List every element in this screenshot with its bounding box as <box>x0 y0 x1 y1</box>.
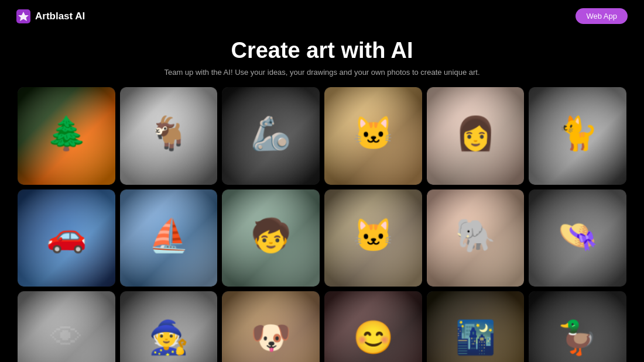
grid-cell-dog-sunglasses[interactable] <box>222 291 320 362</box>
hero-subtitle: Team up with the AI! Use your ideas, you… <box>0 68 644 77</box>
grid-cell-darth-vader[interactable] <box>222 87 320 185</box>
grid-cell-elephant-candy[interactable] <box>427 189 525 287</box>
web-app-button[interactable]: Web App <box>576 8 628 24</box>
header: Artblast AI Web App <box>0 0 644 32</box>
grid-cell-goat-sunglasses[interactable] <box>120 87 218 185</box>
grid-cell-rubber-duck[interactable] <box>529 291 626 362</box>
image-grid <box>0 87 644 362</box>
grid-cell-cat-blue-hat[interactable] <box>324 189 422 287</box>
grid-cell-sailing-ship[interactable] <box>120 189 218 287</box>
grid-cell-woman-fedora[interactable] <box>529 189 626 287</box>
grid-cell-woman-smile[interactable] <box>324 291 422 362</box>
grid-cell-eye-closeup[interactable] <box>18 291 115 362</box>
logo-area: Artblast AI <box>16 9 85 23</box>
grid-cell-blue-car[interactable] <box>18 189 115 287</box>
grid-cell-cat-red-glasses[interactable] <box>324 87 422 185</box>
grid-cell-woman-portrait[interactable] <box>427 87 525 185</box>
grid-cell-cat-bw[interactable] <box>529 87 626 185</box>
grid-cell-cgi-girl[interactable] <box>222 189 320 287</box>
logo-text: Artblast AI <box>35 11 85 22</box>
hero-section: Create art with AI Team up with the AI! … <box>0 32 644 87</box>
grid-cell-wizard[interactable] <box>120 291 218 362</box>
hero-title: Create art with AI <box>0 38 644 63</box>
artblast-logo-icon <box>16 9 30 23</box>
grid-cell-forest-sunset[interactable] <box>18 87 115 185</box>
grid-cell-night-street[interactable] <box>427 291 525 362</box>
